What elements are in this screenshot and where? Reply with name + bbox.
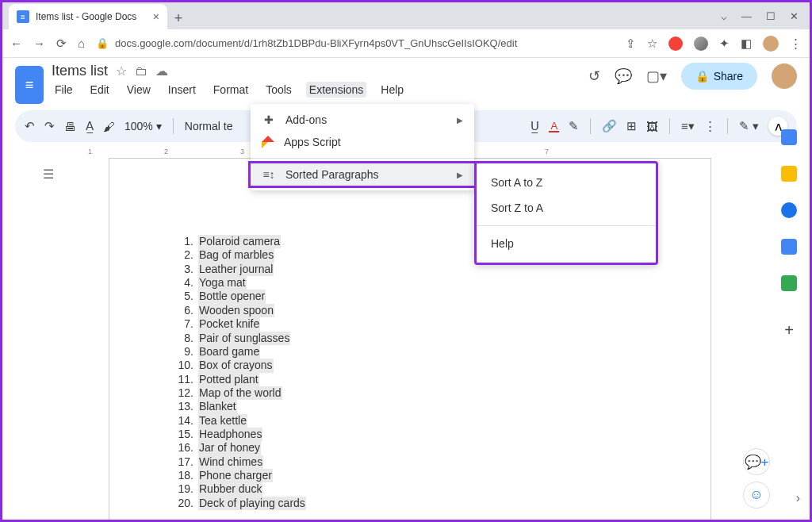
quick-actions: 💬+ ☺ [743, 448, 770, 509]
comments-icon[interactable]: 💬 [615, 67, 632, 85]
share-url-icon[interactable]: ⇪ [626, 36, 636, 51]
list-item[interactable]: Deck of playing cards [173, 497, 647, 510]
list-item[interactable]: Wind chimes [173, 455, 647, 469]
close-window-icon[interactable]: ✕ [790, 10, 799, 22]
list-item[interactable]: Box of crayons [173, 359, 647, 372]
list-item[interactable]: Pair of sunglasses [173, 332, 647, 345]
extensions-icon[interactable]: ✦ [719, 36, 730, 51]
tab-title: Items list - Google Docs [36, 11, 136, 22]
docs-logo-icon[interactable]: ≡ [15, 66, 44, 104]
menu-edit[interactable]: Edit [87, 82, 113, 98]
menu-item-sort-help[interactable]: Help [477, 231, 656, 256]
menu-extensions[interactable]: Extensions [306, 82, 366, 98]
highlight-icon[interactable]: ✎ [569, 119, 579, 133]
list-item[interactable]: Bottle opener [173, 290, 647, 303]
reload-icon[interactable]: ⟳ [56, 36, 67, 51]
menu-item-apps-script[interactable]: Apps Script [251, 131, 474, 153]
window-controls: ⌵ — ☐ ✕ [721, 2, 810, 29]
maximize-icon[interactable]: ☐ [766, 10, 776, 22]
back-icon[interactable]: ← [10, 36, 22, 50]
home-icon[interactable]: ⌂ [78, 36, 85, 50]
document-canvas: ☰ Polaroid cameraBag of marblesLeather j… [33, 158, 810, 522]
sorted-paragraphs-submenu: Sort A to Z Sort Z to A Help [474, 161, 658, 265]
menu-format[interactable]: Format [210, 82, 251, 98]
list-item[interactable]: Pocket knife [173, 317, 647, 331]
align-icon[interactable]: ≡▾ [681, 119, 695, 133]
meet-icon[interactable]: ▢▾ [646, 67, 667, 85]
list-item[interactable]: Blanket [173, 400, 647, 413]
sort-icon: ≡↕ [262, 168, 276, 181]
cloud-status-icon[interactable]: ☁ [155, 63, 168, 79]
ext-grey-icon[interactable] [694, 36, 708, 51]
close-tab-icon[interactable]: × [153, 10, 159, 23]
menu-file[interactable]: File [52, 82, 76, 98]
ext-opera-icon[interactable] [668, 36, 683, 51]
calendar-addon-icon[interactable] [781, 129, 797, 145]
url-text: docs.google.com/document/d/1rh8tZb1DBPdu… [115, 37, 517, 49]
get-addons-icon[interactable]: + [784, 321, 794, 340]
forward-icon[interactable]: → [33, 36, 45, 50]
menu-item-addons[interactable]: ✚ Add-ons ▶ [251, 109, 474, 131]
list-item[interactable]: Potted plant [173, 373, 647, 386]
tasks-addon-icon[interactable] [781, 202, 797, 218]
browser-tab[interactable]: ≡ Items list - Google Docs × [9, 4, 167, 29]
menu-view[interactable]: View [124, 82, 154, 98]
menu-help[interactable]: Help [377, 82, 407, 98]
redo-icon[interactable]: ↷ [44, 119, 55, 133]
profile-avatar[interactable] [763, 36, 779, 52]
sidepanel-icon[interactable]: ◧ [741, 36, 752, 51]
quick-comment-icon[interactable]: 💬+ [743, 448, 770, 475]
list-item[interactable]: Board game [173, 345, 647, 359]
history-icon[interactable]: ↺ [588, 67, 600, 85]
menu-item-sort-za[interactable]: Sort Z to A [477, 195, 656, 221]
minimize-icon[interactable]: — [741, 10, 752, 22]
list-item[interactable]: Map of the world [173, 386, 647, 400]
bookmark-icon[interactable]: ☆ [647, 36, 657, 51]
spellcheck-icon[interactable]: A̲ [86, 119, 94, 133]
puzzle-icon: ✚ [262, 113, 276, 126]
maps-addon-icon[interactable] [781, 275, 797, 291]
paint-format-icon[interactable]: 🖌 [103, 120, 115, 133]
insert-link-icon[interactable]: 🔗 [602, 119, 617, 133]
menu-item-sort-az[interactable]: Sort A to Z [477, 170, 656, 195]
menu-tools[interactable]: Tools [262, 82, 295, 98]
text-color-icon[interactable]: A [549, 121, 559, 132]
items-list: Polaroid cameraBag of marblesLeather jou… [173, 235, 647, 510]
menu-insert[interactable]: Insert [165, 82, 199, 98]
menu-item-sorted-paragraphs[interactable]: ≡↕ Sorted Paragraphs ▶ [248, 161, 477, 188]
share-button[interactable]: 🔒 Share [681, 63, 757, 90]
lock-icon: 🔒 [695, 70, 709, 83]
kebab-icon[interactable]: ⋮ [790, 36, 802, 51]
zoom-select[interactable]: 100% ▾ [124, 120, 162, 132]
underline-icon[interactable]: U̲ [530, 119, 539, 133]
list-item[interactable]: Yoga mat [173, 276, 647, 290]
paragraph-style-select[interactable]: Normal te [185, 120, 233, 132]
document-outline-icon[interactable]: ☰ [37, 163, 59, 185]
editing-mode-icon[interactable]: ✎ ▾ [739, 119, 759, 133]
doc-title[interactable]: Items list [52, 63, 108, 79]
more-icon[interactable]: ⋮ [704, 119, 716, 133]
star-icon[interactable]: ☆ [116, 63, 127, 79]
list-item[interactable]: Jar of honey [173, 441, 647, 455]
list-item[interactable]: Wooden spoon [173, 304, 647, 317]
hide-side-panel-icon[interactable]: › [796, 491, 800, 505]
list-item[interactable]: Rubber duck [173, 482, 647, 496]
print-icon[interactable]: 🖶 [64, 120, 76, 133]
new-tab-button[interactable]: + [167, 7, 190, 29]
list-item[interactable]: Headphones [173, 428, 647, 441]
account-avatar[interactable] [772, 63, 797, 89]
quick-emoji-icon[interactable]: ☺ [743, 482, 770, 509]
undo-icon[interactable]: ↶ [25, 119, 35, 133]
chevron-right-icon: ▶ [457, 116, 463, 125]
window-chevron-icon[interactable]: ⌵ [721, 10, 727, 22]
chevron-right-icon: ▶ [457, 171, 463, 179]
insert-image-icon[interactable]: 🖼 [646, 120, 658, 133]
list-item[interactable]: Tea kettle [173, 414, 647, 428]
url-field[interactable]: 🔒 docs.google.com/document/d/1rh8tZb1DBP… [96, 37, 615, 49]
insert-comment-icon[interactable]: ⊞ [626, 119, 637, 133]
list-item[interactable]: Phone charger [173, 469, 647, 482]
move-icon[interactable]: 🗀 [135, 64, 147, 79]
keep-addon-icon[interactable] [781, 166, 797, 182]
lock-icon: 🔒 [96, 37, 109, 49]
contacts-addon-icon[interactable] [781, 239, 797, 255]
